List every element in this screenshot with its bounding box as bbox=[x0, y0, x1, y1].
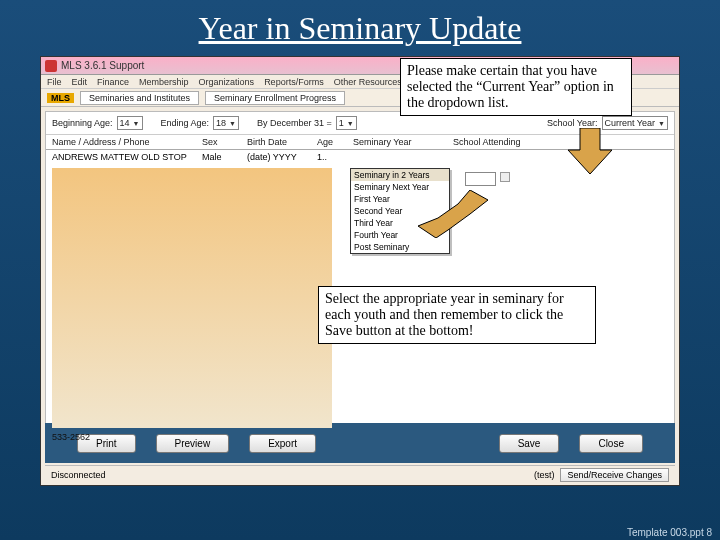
school-year-label: School Year: bbox=[547, 118, 598, 128]
chevron-down-icon: ▼ bbox=[133, 120, 140, 127]
app-icon bbox=[45, 60, 57, 72]
chevron-down-icon: ▼ bbox=[658, 120, 665, 127]
col-bd: Birth Date bbox=[247, 137, 317, 147]
button-bar: Print Preview Export Save Close bbox=[45, 423, 675, 463]
arrow-down-left-icon bbox=[418, 190, 488, 238]
chevron-down-icon: ▼ bbox=[229, 120, 236, 127]
menu-reports[interactable]: Reports/Forms bbox=[264, 77, 324, 87]
status-bar: Disconnected (test) Send/Receive Changes bbox=[45, 465, 675, 483]
mls-badge: MLS bbox=[47, 93, 74, 103]
callout-bottom: Select the appropriate year in seminary … bbox=[318, 286, 596, 344]
menu-file[interactable]: File bbox=[47, 77, 62, 87]
slide-footer: Template 003.ppt 8 bbox=[627, 527, 712, 538]
arrow-down-icon bbox=[560, 128, 612, 174]
svg-marker-1 bbox=[418, 190, 488, 238]
app-window: MLS 3.6.1 Support File Edit Finance Memb… bbox=[40, 56, 680, 486]
status-left: Disconnected bbox=[51, 470, 106, 480]
menu-finance[interactable]: Finance bbox=[97, 77, 129, 87]
cell-sex: Male bbox=[202, 152, 247, 162]
status-right: (test) bbox=[534, 470, 555, 480]
col-sex: Sex bbox=[202, 137, 247, 147]
begin-age-label: Beginning Age: bbox=[52, 118, 113, 128]
menu-membership[interactable]: Membership bbox=[139, 77, 189, 87]
phone-value: 533-2562 bbox=[52, 432, 90, 442]
col-age: Age bbox=[317, 137, 353, 147]
school-cell[interactable] bbox=[465, 172, 496, 186]
crumb-page[interactable]: Seminary Enrollment Progress bbox=[205, 91, 345, 105]
col-name: Name / Address / Phone bbox=[52, 137, 202, 147]
menu-other[interactable]: Other Resources bbox=[334, 77, 402, 87]
crumb-section[interactable]: Seminaries and Institutes bbox=[80, 91, 199, 105]
col-sy: Seminary Year bbox=[353, 137, 453, 147]
slide-title: Year in Seminary Update bbox=[0, 0, 720, 53]
send-receive-button[interactable]: Send/Receive Changes bbox=[560, 468, 669, 482]
titlebar-text: MLS 3.6.1 Support bbox=[61, 60, 144, 71]
svg-marker-0 bbox=[568, 128, 612, 174]
preview-button[interactable]: Preview bbox=[156, 434, 230, 453]
cell-name: ANDREWS MATTEW OLD STOP bbox=[52, 152, 202, 162]
end-age-select[interactable]: 18 ▼ bbox=[213, 116, 239, 130]
menu-edit[interactable]: Edit bbox=[72, 77, 88, 87]
by-dec-label: By December 31 = bbox=[257, 118, 332, 128]
end-age-value: 18 bbox=[216, 118, 226, 128]
dropdown-option[interactable]: Seminary in 2 Years bbox=[351, 169, 449, 181]
by-dec-value: 1 bbox=[339, 118, 344, 128]
chevron-down-icon: ▼ bbox=[347, 120, 354, 127]
dropdown-option[interactable]: Post Seminary bbox=[351, 241, 449, 253]
school-year-value: Current Year bbox=[605, 118, 656, 128]
save-button[interactable]: Save bbox=[499, 434, 560, 453]
edit-icon[interactable] bbox=[500, 172, 510, 182]
redaction-overlay bbox=[52, 168, 332, 428]
close-button[interactable]: Close bbox=[579, 434, 643, 453]
export-button[interactable]: Export bbox=[249, 434, 316, 453]
begin-age-value: 14 bbox=[120, 118, 130, 128]
cell-age: 1.. bbox=[317, 152, 353, 162]
callout-top: Please make certain that you have select… bbox=[400, 58, 632, 116]
cell-birthdate: (date) YYYY bbox=[247, 152, 317, 162]
begin-age-select[interactable]: 14 ▼ bbox=[117, 116, 143, 130]
by-dec-select[interactable]: 1 ▼ bbox=[336, 116, 357, 130]
end-age-label: Ending Age: bbox=[161, 118, 210, 128]
menu-organizations[interactable]: Organizations bbox=[199, 77, 255, 87]
blank bbox=[468, 174, 493, 184]
